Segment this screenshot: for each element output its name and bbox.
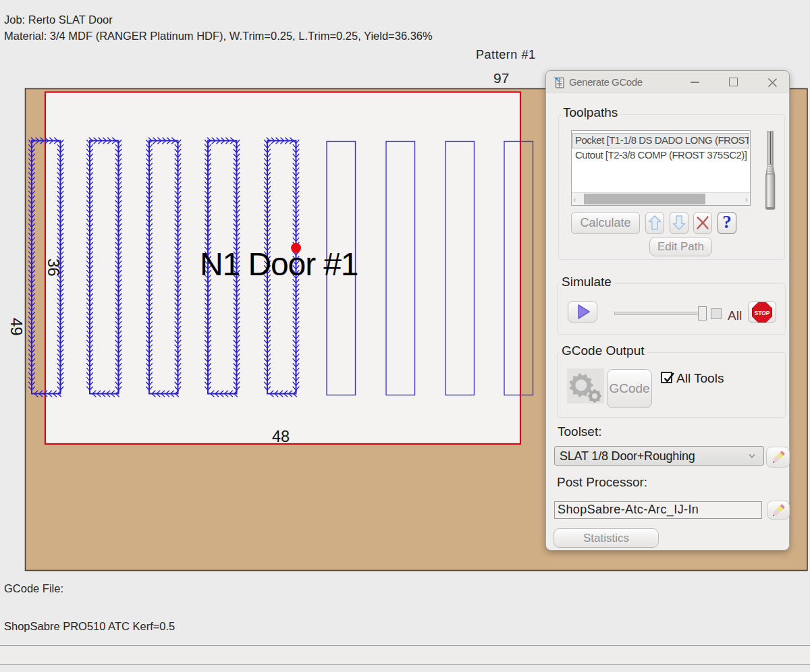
svg-text:?: ?	[722, 214, 732, 231]
svg-text:STOP: STOP	[755, 310, 770, 316]
